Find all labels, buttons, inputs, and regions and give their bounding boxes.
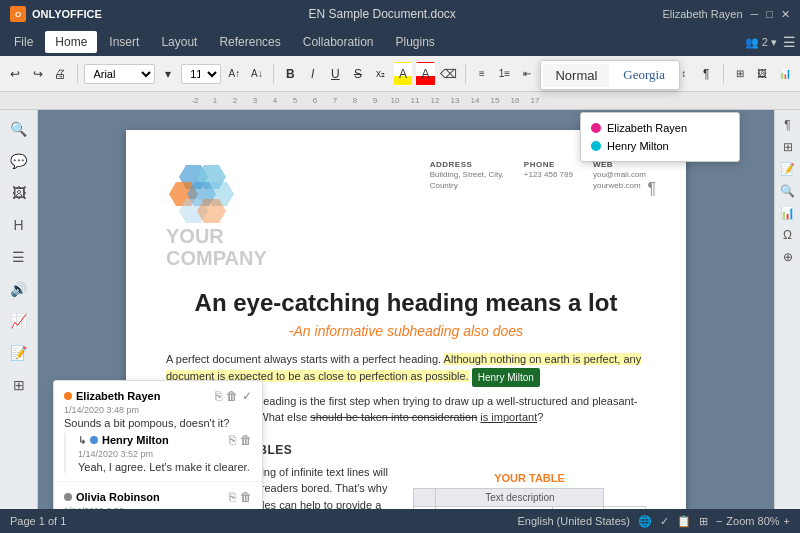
- logo-hexagons: [166, 160, 256, 225]
- address-col: ADDRESS Building, Street, City,Country: [430, 160, 504, 191]
- comment-1-date: 1/14/2020 3:48 pm: [64, 405, 252, 415]
- comment-2-copy-icon[interactable]: ⎘: [229, 490, 236, 504]
- right-sidebar-icon-2[interactable]: 📝: [779, 160, 797, 178]
- para-mark-icon[interactable]: ¶: [779, 116, 797, 134]
- right-sidebar-icon-3[interactable]: 🔍: [779, 182, 797, 200]
- right-sidebar-icon-5[interactable]: Ω: [779, 226, 797, 244]
- indent-less-button[interactable]: ⇤: [518, 62, 537, 86]
- font-size-select[interactable]: 11: [181, 64, 221, 84]
- image-icon[interactable]: 🖼: [6, 180, 32, 206]
- comment-1: Elizabeth Rayen ⎘ 🗑 ✓ 1/14/2020 3:48 pm …: [54, 381, 262, 482]
- company-logo: YOURCOMPANY: [166, 160, 267, 269]
- menu-home[interactable]: Home: [45, 31, 97, 53]
- address-label: ADDRESS: [430, 160, 504, 169]
- th-text-desc: Text description: [436, 488, 604, 506]
- toolbar: ↩ ↪ 🖨 Arial ▾ 11 A↑ A↓ B I U S x₂ A A ⌫ …: [0, 56, 800, 92]
- comment-2-author: Olivia Robinson: [64, 491, 160, 503]
- insert-image-button[interactable]: 🖼: [753, 62, 772, 86]
- reply-author-name: Henry Milton: [102, 434, 169, 446]
- chart-sidebar-icon[interactable]: 📈: [6, 308, 32, 334]
- reply-text: Yeah, I agree. Let's make it clearer.: [78, 461, 252, 473]
- menu-references[interactable]: References: [209, 31, 290, 53]
- reply-delete-icon[interactable]: 🗑: [240, 433, 252, 447]
- right-sidebar-icon-6[interactable]: ⊕: [779, 248, 797, 266]
- phone-label: PHONE: [524, 160, 573, 169]
- zoom-out-button[interactable]: −: [716, 515, 722, 527]
- highlight-button[interactable]: A: [394, 62, 413, 86]
- table-header-row: Text description: [414, 488, 646, 506]
- data-icon[interactable]: ⊞: [6, 372, 32, 398]
- toolbar-sep6: [723, 64, 724, 84]
- document-title: EN Sample Document.docx: [308, 7, 455, 21]
- reply-copy-icon[interactable]: ⎘: [229, 433, 236, 447]
- style-normal[interactable]: Normal: [543, 64, 609, 87]
- track-icon[interactable]: 📋: [677, 515, 691, 528]
- app-logo: O ONLYOFFICE: [10, 6, 102, 22]
- menu-insert[interactable]: Insert: [99, 31, 149, 53]
- para-marks-button[interactable]: ¶: [697, 62, 716, 86]
- menu-layout[interactable]: Layout: [151, 31, 207, 53]
- zoom-in-button[interactable]: +: [784, 515, 790, 527]
- language-label: English (United States): [517, 515, 630, 527]
- header-icon[interactable]: H: [6, 212, 32, 238]
- comment-1-actions: ⎘ 🗑 ✓: [215, 389, 252, 403]
- right-sidebar: ¶ ⊞ 📝 🔍 📊 Ω ⊕: [774, 110, 800, 509]
- title-bar: O ONLYOFFICE EN Sample Document.docx Eli…: [0, 0, 800, 28]
- audio-icon[interactable]: 🔊: [6, 276, 32, 302]
- window-minimize[interactable]: ─: [751, 8, 759, 20]
- user-dot-elizabeth: [591, 123, 601, 133]
- spellcheck-icon[interactable]: ✓: [660, 515, 669, 528]
- menu-plugins[interactable]: Plugins: [386, 31, 445, 53]
- toolbar-print[interactable]: 🖨: [51, 62, 70, 86]
- insert-table-button[interactable]: ⊞: [730, 62, 749, 86]
- comment-2-header: Olivia Robinson ⎘ 🗑: [64, 490, 252, 504]
- strikethrough-button[interactable]: S: [349, 62, 368, 86]
- font-family-select[interactable]: Arial: [84, 64, 154, 84]
- phone-val: +123 456 789: [524, 169, 573, 180]
- insert-chart-button[interactable]: 📊: [775, 62, 794, 86]
- list-bullet-button[interactable]: ≡: [473, 62, 492, 86]
- document-area[interactable]: Elizabeth Rayen ⎘ 🗑 ✓ 1/14/2020 3:48 pm …: [38, 110, 774, 509]
- fit-page-icon[interactable]: ⊞: [699, 515, 708, 528]
- comment-1-reply: ↳ Henry Milton ⎘ 🗑 1/14/2020 3:52 pm Yea…: [64, 433, 252, 473]
- subscript-button[interactable]: x₂: [371, 62, 390, 86]
- clear-format-button[interactable]: ⌫: [439, 62, 458, 86]
- paragraph-mark: ¶: [647, 180, 656, 198]
- user-row: Henry Milton: [591, 137, 729, 155]
- comment-2-delete-icon[interactable]: 🗑: [240, 490, 252, 504]
- globe-icon[interactable]: 🌐: [638, 515, 652, 528]
- font-size-down[interactable]: A↓: [248, 62, 267, 86]
- comment-1-check-icon[interactable]: ✓: [242, 389, 252, 403]
- right-sidebar-icon-4[interactable]: 📊: [779, 204, 797, 222]
- bold-button[interactable]: B: [281, 62, 300, 86]
- comment-1-delete-icon[interactable]: 🗑: [226, 389, 238, 403]
- form-icon[interactable]: 📝: [6, 340, 32, 366]
- menu-file[interactable]: File: [4, 31, 43, 53]
- fontcolor-button[interactable]: A: [416, 62, 435, 86]
- param-1-val2: 5: [604, 506, 646, 509]
- style-georgia[interactable]: Georgia: [611, 63, 677, 87]
- comment-1-copy-icon[interactable]: ⎘: [215, 389, 222, 403]
- underline-button[interactable]: U: [326, 62, 345, 86]
- right-sidebar-icon-1[interactable]: ⊞: [779, 138, 797, 156]
- param-1-label: Parameter 1: [436, 506, 553, 509]
- italic-button[interactable]: I: [304, 62, 323, 86]
- author-dot-2: [64, 493, 72, 501]
- comment-icon[interactable]: 💬: [6, 148, 32, 174]
- left-sidebar: 🔍 💬 🖼 H ☰ 🔊 📈 📝 ⊞: [0, 110, 38, 509]
- toolbar-undo[interactable]: ↩: [6, 62, 25, 86]
- toolbar-redo[interactable]: ↪: [29, 62, 48, 86]
- font-family-dropdown[interactable]: ▾: [159, 62, 178, 86]
- navigation-icon[interactable]: ☰: [6, 244, 32, 270]
- ruler: -2 1 2 3 4 5 6 7 8 9 10 11 12 13 14 15 1…: [0, 92, 800, 110]
- list-num-button[interactable]: 1≡: [495, 62, 514, 86]
- window-close[interactable]: ✕: [781, 8, 790, 21]
- comment-2: Olivia Robinson ⎘ 🗑 1/14/2020 3:53 pm Gr…: [54, 482, 262, 509]
- toolbar-sep3: [465, 64, 466, 84]
- menu-hamburger[interactable]: ☰: [783, 34, 796, 50]
- users-count[interactable]: 👥 2 ▾: [745, 36, 777, 49]
- search-icon[interactable]: 🔍: [6, 116, 32, 142]
- window-restore[interactable]: □: [766, 8, 773, 20]
- menu-collaboration[interactable]: Collaboration: [293, 31, 384, 53]
- font-size-up[interactable]: A↑: [225, 62, 244, 86]
